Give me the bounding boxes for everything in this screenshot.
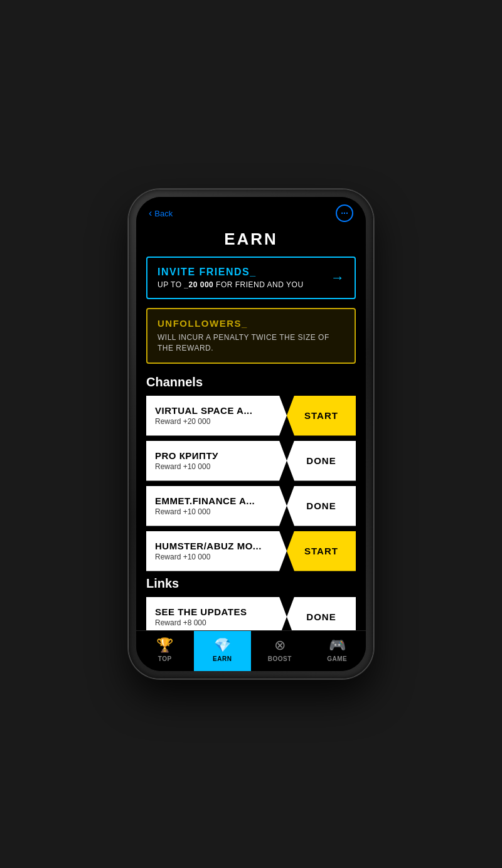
menu-dots-icon: ··· [341,208,348,218]
nav-item-game[interactable]: 🎮 GAME [309,631,366,671]
channel-name: PRO КРИПТУ [155,450,278,461]
notch [213,204,289,217]
links-section-header: Links [146,576,356,591]
invite-arrow-icon[interactable]: → [331,270,344,286]
nav-item-earn[interactable]: 💎 EARN [194,631,252,671]
unfollowers-text: WILL INCUR A PENALTY TWICE THE SIZE OF T… [158,332,344,354]
nav-label-earn: EARN [213,655,232,662]
channel-done-button[interactable]: DONE [287,441,356,481]
channel-start-button[interactable]: START [287,531,356,571]
page-title: EARN [149,230,353,249]
channel-name: VIRTUAL SPACE A... [155,405,278,416]
invite-title: INVITE FRIENDS_ [158,267,304,278]
links-section: Links SEE THE UPDATES Reward +8 000 DONE [146,576,356,630]
nav-label-top: TOP [158,655,172,662]
channel-name: HUMSTER/ABUZ MO... [155,541,278,551]
link-item: SEE THE UPDATES Reward +8 000 DONE [146,597,356,630]
channel-start-button[interactable]: START [287,396,356,436]
channel-info: HUMSTER/ABUZ MO... Reward +10 000 [146,531,287,571]
nav-label-boost: BOOST [268,655,292,662]
channel-item: HUMSTER/ABUZ MO... Reward +10 000 START [146,531,356,571]
channel-item: PRO КРИПТУ Reward +10 000 DONE [146,441,356,481]
invite-subtitle: UP TO _20 000 FOR FRIEND AND YOU [158,280,304,289]
channel-done-button[interactable]: DONE [287,486,356,526]
channel-item: VIRTUAL SPACE A... Reward +20 000 START [146,396,356,436]
trophy-icon: 🏆 [156,637,173,654]
phone-frame: ‹ Back bot ··· EARN INVITE FRIENDS_ UP T… [129,189,373,679]
page-title-container: EARN [136,225,366,257]
boost-icon: ⊗ [274,637,286,654]
channel-info: VIRTUAL SPACE A... Reward +20 000 [146,396,287,436]
channel-reward: Reward +10 000 [155,553,278,561]
nav-item-boost[interactable]: ⊗ BOOST [251,631,309,671]
bottom-navigation: 🏆 TOP 💎 EARN ⊗ BOOST 🎮 GAME [136,630,366,671]
diamond-icon: 💎 [214,637,231,654]
channels-section-header: Channels [146,375,356,389]
invite-friends-banner[interactable]: INVITE FRIENDS_ UP TO _20 000 FOR FRIEND… [146,257,356,299]
link-name: SEE THE UPDATES [155,606,278,617]
chevron-left-icon: ‹ [149,208,152,219]
unfollowers-title: UNFOLLOWERS_ [158,318,344,329]
channel-item: EMMET.FINANCE A... Reward +10 000 DONE [146,486,356,526]
nav-label-game: GAME [327,655,347,662]
link-reward: Reward +8 000 [155,618,278,627]
phone-screen: ‹ Back bot ··· EARN INVITE FRIENDS_ UP T… [136,197,366,671]
channel-info: EMMET.FINANCE A... Reward +10 000 [146,486,287,526]
channel-reward: Reward +10 000 [155,462,278,471]
main-content: INVITE FRIENDS_ UP TO _20 000 FOR FRIEND… [136,257,366,630]
channel-reward: Reward +10 000 [155,507,278,516]
invite-text-block: INVITE FRIENDS_ UP TO _20 000 FOR FRIEND… [158,267,304,289]
nav-item-top[interactable]: 🏆 TOP [136,631,194,671]
back-label: Back [154,209,173,218]
channel-info: PRO КРИПТУ Reward +10 000 [146,441,287,481]
link-info: SEE THE UPDATES Reward +8 000 [146,597,287,630]
menu-button[interactable]: ··· [336,204,353,222]
link-done-button[interactable]: DONE [287,597,356,630]
channel-reward: Reward +20 000 [155,417,278,426]
game-icon: 🎮 [329,637,346,654]
back-button[interactable]: ‹ Back [149,208,173,219]
unfollowers-banner: UNFOLLOWERS_ WILL INCUR A PENALTY TWICE … [146,308,356,364]
channel-name: EMMET.FINANCE A... [155,495,278,506]
